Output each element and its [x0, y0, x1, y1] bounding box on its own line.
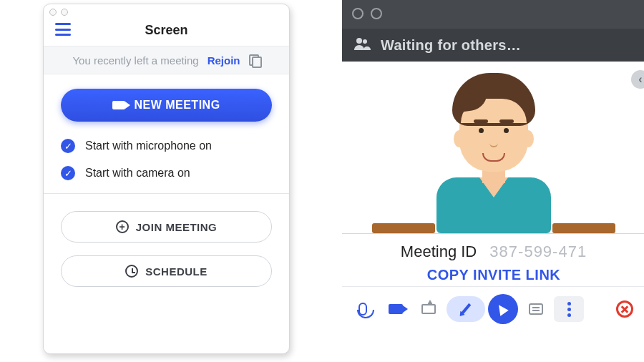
collapse-panel-icon[interactable]: ‹ [631, 70, 644, 89]
meeting-id-label: Meeting ID [401, 243, 477, 260]
status-text: Waiting for others… [381, 37, 521, 54]
video-camera-icon [112, 101, 125, 109]
join-meeting-button[interactable]: + JOIN MEETING [61, 211, 272, 243]
copy-invite-link-button[interactable]: COPY INVITE LINK [342, 267, 644, 283]
meeting-status-bar: Waiting for others… [342, 29, 644, 62]
window-close-dot[interactable] [352, 8, 364, 19]
checkmark-icon: ✓ [61, 166, 75, 180]
microphone-button[interactable] [348, 296, 378, 322]
more-vertical-icon [567, 302, 571, 317]
clock-icon [125, 265, 138, 278]
svg-point-0 [356, 38, 362, 44]
rejoin-banner: You recently left a meeting Rejoin [44, 46, 289, 74]
video-camera-icon [389, 304, 403, 314]
share-screen-button[interactable] [414, 296, 444, 322]
meeting-id-value: 387-599-471 [489, 243, 587, 260]
annotate-button[interactable] [447, 296, 485, 322]
option-camera-label: Start with camera on [85, 167, 190, 180]
window-minimize-dot[interactable] [371, 8, 382, 19]
leave-meeting-button[interactable] [610, 296, 640, 322]
screen-app-window: Screen You recently left a meeting Rejoi… [43, 4, 290, 354]
copy-icon[interactable] [249, 54, 260, 66]
app-header: Screen [44, 14, 289, 46]
chat-button[interactable] [521, 296, 551, 322]
meeting-window: Waiting for others… ‹ Meeting ID 387-599… [342, 0, 644, 362]
pointer-button[interactable] [488, 294, 518, 324]
plus-circle-icon: + [116, 220, 129, 233]
rejoin-link[interactable]: Rejoin [208, 54, 240, 67]
window-controls [44, 4, 289, 14]
close-circle-icon [616, 300, 633, 318]
option-microphone-label: Start with microphone on [85, 140, 212, 152]
camera-button[interactable] [381, 296, 411, 322]
new-meeting-button[interactable]: NEW MEETING [61, 89, 272, 122]
more-options-button[interactable] [554, 296, 584, 322]
meeting-toolbar [342, 286, 644, 328]
window-controls [342, 0, 644, 29]
chat-icon [529, 303, 543, 315]
divider [44, 193, 289, 194]
new-meeting-label: NEW MEETING [134, 99, 220, 112]
option-microphone[interactable]: ✓ Start with microphone on [61, 139, 272, 153]
meeting-info: Meeting ID 387-599-471 COPY INVITE LINK [342, 233, 644, 286]
banner-text: You recently left a meeting [72, 54, 198, 67]
schedule-button[interactable]: SCHEDULE [61, 255, 272, 287]
microphone-icon [358, 303, 367, 315]
participant-avatar [408, 62, 580, 233]
option-camera[interactable]: ✓ Start with camera on [61, 166, 272, 180]
hamburger-menu-icon[interactable] [55, 23, 71, 36]
app-title: Screen [145, 23, 187, 38]
pen-icon [461, 303, 472, 315]
video-area: ‹ [342, 62, 644, 233]
share-screen-icon [421, 304, 436, 314]
cursor-icon [494, 302, 508, 315]
checkmark-icon: ✓ [61, 139, 75, 153]
schedule-label: SCHEDULE [145, 265, 208, 278]
svg-point-1 [363, 39, 367, 44]
participants-icon [353, 36, 371, 54]
join-meeting-label: JOIN MEETING [136, 221, 218, 233]
